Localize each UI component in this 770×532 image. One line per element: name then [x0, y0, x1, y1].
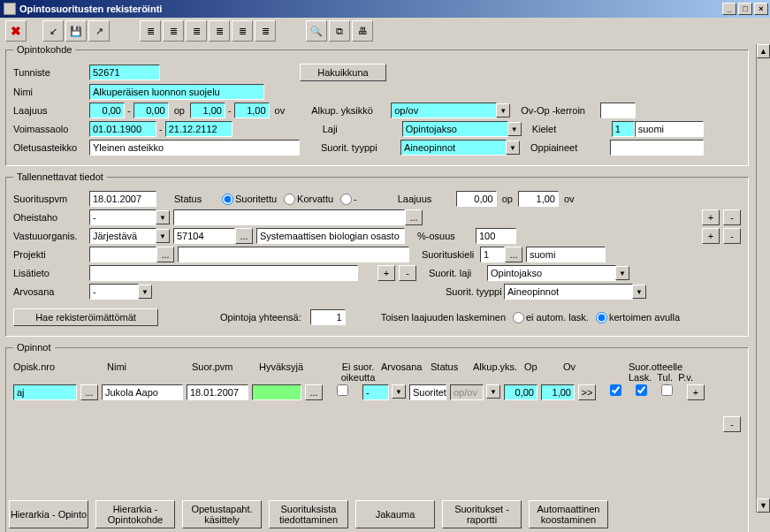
cancel-button[interactable]: ✖ — [5, 20, 27, 42]
row-arvosana[interactable]: - — [362, 384, 389, 400]
row-op[interactable]: 0,00 — [504, 384, 537, 400]
hierarkia-opinto-button[interactable]: Hierarkia - Opinto — [9, 500, 88, 528]
close-button[interactable]: × — [754, 3, 768, 15]
laajuus-1a[interactable]: 0,00 — [89, 103, 125, 118]
kieli-name[interactable]: suomi — [635, 121, 704, 137]
lask-check[interactable] — [610, 384, 621, 396]
search-button[interactable]: 🔍 — [306, 20, 327, 42]
status-suoritettu-radio[interactable] — [222, 194, 233, 205]
dropdown-icon[interactable]: ▼ — [632, 285, 646, 299]
minus-button[interactable]: - — [723, 228, 741, 244]
suoritlaji-field[interactable]: Opintojakso — [487, 265, 616, 281]
laajuus-1b[interactable]: 0,00 — [133, 103, 169, 118]
vastuuorg-code[interactable]: 57104 — [173, 228, 235, 244]
hakuikkuna-button[interactable]: Hakuikkuna — [300, 64, 386, 81]
nimi-field[interactable]: Alkuperäisen luonnon suojelu — [89, 84, 264, 100]
oppiaineet-field[interactable] — [610, 140, 704, 156]
tul-check[interactable] — [636, 384, 647, 396]
posuus-field[interactable]: 100 — [476, 228, 516, 244]
dropdown-icon[interactable]: ▼ — [496, 103, 510, 118]
tool-copy[interactable]: ⧉ — [329, 20, 350, 42]
projekti-field[interactable] — [89, 247, 156, 262]
status-korvattu-radio[interactable] — [284, 194, 295, 205]
kieli-name2[interactable]: suomi — [526, 247, 606, 262]
automaattinen-button[interactable]: Automaattinen koostaminen — [529, 500, 608, 528]
voimassaolo-from[interactable]: 01.01.1900 — [89, 121, 156, 137]
dropdown-icon[interactable]: ▼ — [156, 210, 170, 224]
dots-button[interactable]: ... — [505, 247, 522, 262]
hierarkia-opintokohde-button[interactable]: Hierarkia - Opintokohde — [95, 500, 175, 528]
laji-field[interactable]: Opintojakso — [402, 121, 508, 137]
tool-nav-4[interactable]: ≣ — [209, 20, 230, 42]
plus-button[interactable]: + — [702, 209, 720, 225]
tunniste-field[interactable]: 52671 — [89, 65, 160, 80]
laajuus-2b[interactable]: 1,00 — [234, 103, 270, 118]
minus-button[interactable]: - — [399, 265, 416, 281]
eiautom-radio[interactable] — [513, 312, 524, 323]
alkupyksikko-field[interactable]: op/ov — [391, 103, 497, 118]
voimassaolo-to[interactable]: 21.12.2112 — [165, 121, 233, 137]
more-button[interactable]: >> — [578, 384, 596, 400]
scroll-up-icon[interactable]: ▲ — [757, 44, 770, 58]
minimize-button[interactable]: _ — [722, 3, 736, 15]
kertoim-radio[interactable] — [596, 312, 607, 323]
dropdown-icon[interactable]: ▼ — [392, 384, 406, 399]
row-nimi[interactable]: Jukola Aapo — [102, 384, 183, 400]
dropdown-icon[interactable]: ▼ — [507, 122, 522, 136]
tool-nav-6[interactable]: ≣ — [255, 20, 276, 42]
pv-check[interactable] — [661, 384, 673, 396]
lisatieto-field[interactable] — [89, 265, 358, 281]
laajuus-op-field[interactable]: 0,00 — [456, 191, 497, 207]
laajuus-ov-field[interactable]: 1,00 — [518, 191, 559, 207]
hae-rekisteroimattomat-button[interactable]: Hae rekisteröimättömät — [13, 308, 158, 326]
vertical-scrollbar[interactable]: ▲ ▼ — [756, 44, 770, 513]
suorituksista-button[interactable]: Suorituksista tiedottaminen — [269, 500, 348, 528]
dropdown-icon[interactable]: ▼ — [506, 141, 520, 155]
plus-button[interactable]: + — [687, 384, 705, 400]
dropdown-icon[interactable]: ▼ — [486, 384, 500, 399]
suorituspvm-field[interactable]: 18.01.2007 — [89, 191, 156, 207]
vastuuorg-name[interactable]: Systemaattisen biologian osasto — [256, 228, 405, 244]
dots-button[interactable]: ... — [80, 384, 98, 400]
dots-button[interactable]: ... — [305, 384, 323, 400]
opetustapaht-button[interactable]: Opetustapaht. käsittely — [182, 500, 262, 528]
kerroin-field[interactable] — [600, 103, 636, 118]
kieli-nro2[interactable]: 1 — [480, 247, 505, 262]
dots-button[interactable]: ... — [405, 209, 423, 225]
opisk-field[interactable]: aj — [13, 384, 77, 400]
minus-button[interactable]: - — [723, 416, 741, 432]
plus-button[interactable]: + — [702, 228, 720, 244]
oletusasteikko-field[interactable]: Yleinen asteikko — [89, 140, 300, 156]
tool-1[interactable]: ↙ — [42, 20, 64, 42]
suorittyyppi-field[interactable]: Aineopinnot — [400, 140, 507, 156]
row-suorpvm[interactable]: 18.01.2007 — [187, 384, 248, 400]
oheistaho-field[interactable]: - — [89, 209, 156, 225]
tool-nav-5[interactable]: ≣ — [232, 20, 253, 42]
tool-nav-2[interactable]: ≣ — [163, 20, 184, 42]
tool-nav-1[interactable]: ≣ — [140, 20, 161, 42]
minus-button[interactable]: - — [723, 209, 741, 225]
eisuor-check[interactable] — [337, 384, 348, 396]
dots-button[interactable]: ... — [235, 228, 253, 244]
projekti-ext[interactable] — [178, 247, 409, 262]
dots-button[interactable]: ... — [156, 247, 174, 262]
tool-3[interactable]: ↗ — [88, 20, 110, 42]
oheistaho-ext[interactable] — [173, 209, 405, 225]
row-status[interactable]: Suoritet — [409, 384, 446, 400]
jakauma-button[interactable]: Jakauma — [355, 500, 435, 528]
status-dash-radio[interactable] — [340, 194, 352, 205]
suorittyyppi-field2[interactable]: Aineopinnot — [504, 284, 633, 300]
kieli-nro[interactable]: 1 — [612, 121, 635, 137]
arvosana-field[interactable]: - — [89, 284, 139, 300]
suoritukset-raportti-button[interactable]: Suoritukset -raportti — [442, 500, 522, 528]
print-button[interactable]: 🖶 — [352, 20, 373, 42]
row-hyvaksyja[interactable] — [252, 384, 301, 400]
dropdown-icon[interactable]: ▼ — [156, 229, 170, 243]
dropdown-icon[interactable]: ▼ — [615, 266, 629, 280]
row-ov[interactable]: 1,00 — [541, 384, 575, 400]
plus-button[interactable]: + — [377, 265, 395, 281]
save-button[interactable]: 💾 — [65, 20, 87, 42]
vastuuorg-field[interactable]: Järjestävä — [89, 228, 156, 244]
tool-nav-3[interactable]: ≣ — [186, 20, 207, 42]
maximize-button[interactable]: □ — [738, 3, 752, 15]
